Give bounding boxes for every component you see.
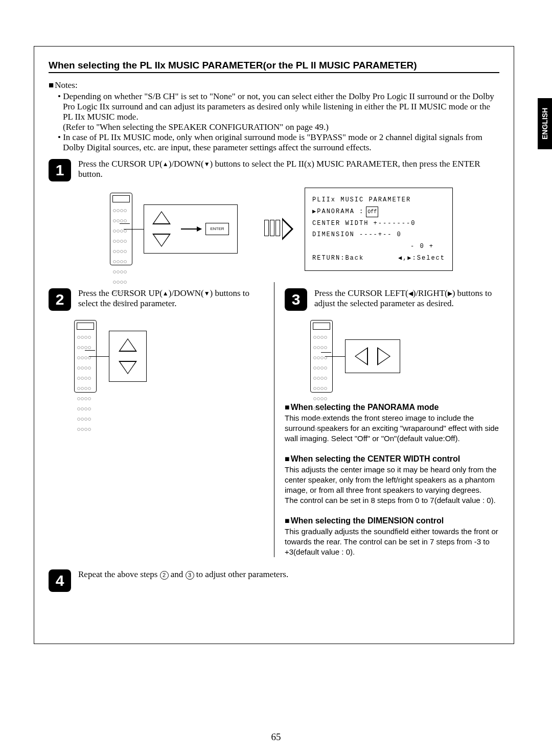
center-width-heading: When selecting the CENTER WIDTH control xyxy=(285,454,499,464)
up-icon: ▲ xyxy=(163,161,169,168)
button-callout xyxy=(345,339,400,373)
left-icon: ◀ xyxy=(408,290,413,297)
step-2-text: Press the CURSOR UP(▲)/DOWN(▼) buttons t… xyxy=(78,288,264,309)
steps-2-3-columns: 2 Press the CURSOR UP(▲)/DOWN(▼) buttons… xyxy=(49,282,499,558)
step-3-diagram xyxy=(310,320,499,393)
up-icon: ▲ xyxy=(163,290,169,297)
osd-off-badge: Off xyxy=(366,207,378,217)
circled-2-icon: 2 xyxy=(160,571,169,580)
note-item: Depending on whether "S/B CH" is set to … xyxy=(58,91,499,132)
dimension-section: When selecting the DIMENSION control Thi… xyxy=(285,516,499,558)
content-frame: When selecting the PL IIx MUSIC PARAMETE… xyxy=(34,46,514,644)
step-4: 4 Repeat the above steps 2 and 3 to adju… xyxy=(49,569,499,592)
step-badge-4: 4 xyxy=(49,569,71,592)
button-callout: ENTER xyxy=(144,204,238,254)
center-width-section: When selecting the CENTER WIDTH control … xyxy=(285,454,499,506)
osd-title: PLIIx MUSIC PARAMETER xyxy=(312,194,445,206)
step-3: 3 Press the CURSOR LEFT(◀)/RIGHT(▶) butt… xyxy=(285,288,499,311)
note-item: In case of PL IIx MUSIC mode, only when … xyxy=(58,132,499,153)
cursor-left-icon xyxy=(355,347,368,365)
notes-heading: Notes: xyxy=(49,80,499,90)
step-2-diagram xyxy=(74,320,264,393)
circled-3-icon: 3 xyxy=(186,571,194,580)
cursor-up-icon xyxy=(152,211,171,224)
down-icon: ▼ xyxy=(204,161,210,168)
step-1-text: Press the CURSOR UP(▲)/DOWN(▼) buttons t… xyxy=(78,159,499,179)
section-title: When selecting the PL IIx MUSIC PARAMETE… xyxy=(49,60,417,71)
down-icon: ▼ xyxy=(204,290,210,297)
page-number: 65 xyxy=(0,731,552,743)
center-width-text: This adjusts the center image so it may … xyxy=(285,465,499,506)
step-3-text: Press the CURSOR LEFT(◀)/RIGHT(▶) button… xyxy=(314,288,499,309)
language-tab: ENGLISH xyxy=(538,98,552,149)
osd-screen: PLIIx MUSIC PARAMETER ▶PANORAMA : Off CE… xyxy=(305,188,453,271)
dimension-text: This gradually adjusts the soundfield ei… xyxy=(285,526,499,558)
cursor-right-icon xyxy=(377,347,390,365)
cursor-up-icon xyxy=(119,338,137,352)
column-right: 3 Press the CURSOR LEFT(◀)/RIGHT(▶) butt… xyxy=(274,282,499,558)
section-title-wrap: When selecting the PL IIx MUSIC PARAMETE… xyxy=(49,60,499,73)
cursor-down-icon xyxy=(119,361,137,374)
arrow-icon xyxy=(181,228,201,230)
page: ENGLISH When selecting the PL IIx MUSIC … xyxy=(0,0,552,756)
step-badge-3: 3 xyxy=(285,288,307,311)
step-4-text: Repeat the above steps 2 and 3 to adjust… xyxy=(78,569,499,580)
column-left: 2 Press the CURSOR UP(▲)/DOWN(▼) buttons… xyxy=(49,282,274,558)
button-callout xyxy=(109,331,147,382)
notes-block: Notes: Depending on whether "S/B CH" is … xyxy=(49,80,499,153)
right-icon: ▶ xyxy=(448,290,452,297)
step-1: 1 Press the CURSOR UP(▲)/DOWN(▼) buttons… xyxy=(49,159,499,181)
cursor-down-icon xyxy=(152,234,171,247)
step-1-diagram: ENTER PLIIx MUSIC PARAMETER ▶PANORAMA : … xyxy=(110,188,499,271)
enter-button-illustration: ENTER xyxy=(205,223,229,235)
leads-to-arrow-icon xyxy=(264,218,293,240)
step-badge-2: 2 xyxy=(49,288,71,311)
step-2: 2 Press the CURSOR UP(▲)/DOWN(▼) buttons… xyxy=(49,288,264,311)
dimension-heading: When selecting the DIMENSION control xyxy=(285,516,499,525)
step-badge-1: 1 xyxy=(49,159,71,181)
